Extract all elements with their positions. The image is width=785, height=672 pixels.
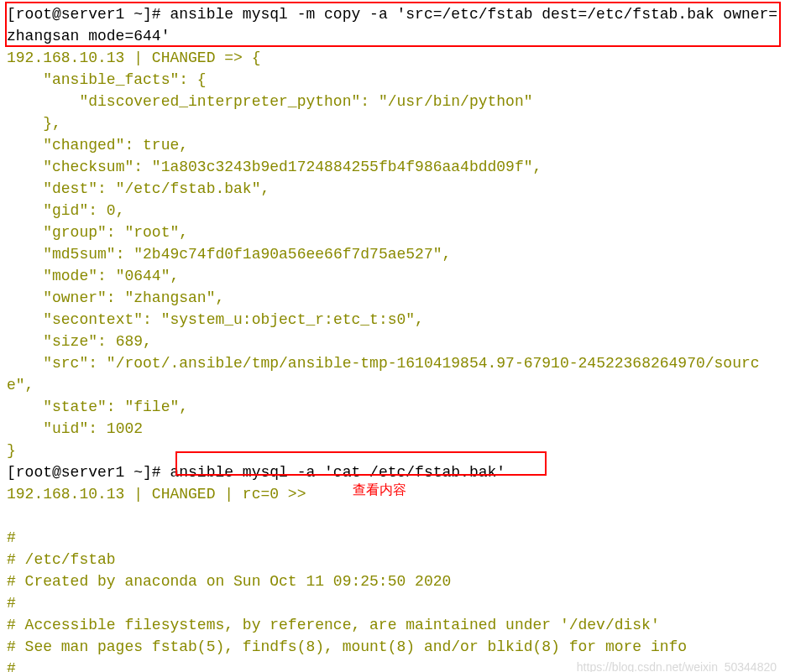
output-facts-interp: "discovered_interpreter_python": "/usr/b… — [7, 93, 533, 110]
output-uid: "uid": 1002 — [7, 420, 143, 437]
output-close-brace: } — [7, 442, 16, 459]
output-secontext: "secontext": "system_u:object_r:etc_t:s0… — [7, 311, 424, 328]
output-host-line-1: 192.168.10.13 | CHANGED => { — [7, 49, 260, 66]
output-checksum: "checksum": "1a803c3243b9ed1724884255fb4… — [7, 159, 542, 175]
output-src: "src": "/root/.ansible/tmp/ansible-tmp-1… — [7, 355, 760, 393]
output-dest: "dest": "/etc/fstab.bak", — [7, 180, 270, 197]
output-owner: "owner": "zhangsan", — [7, 289, 224, 306]
output-fstab-l2: # /etc/fstab — [7, 551, 116, 568]
output-fstab-l3: # Created by anaconda on Sun Oct 11 09:2… — [7, 573, 451, 590]
output-fstab-l6: # See man pages fstab(5), findfs(8), mou… — [7, 638, 687, 655]
output-gid: "gid": 0, — [7, 202, 124, 219]
shell-command-2[interactable]: ansible mysql -a 'cat /etc/fstab.bak' — [170, 464, 505, 481]
output-mode: "mode": "0644", — [7, 268, 179, 284]
output-md5sum: "md5sum": "2b49c74fd0f1a90a56ee66f7d75ae… — [7, 246, 451, 263]
shell-prompt-1: [root@server1 ~]# — [7, 6, 170, 23]
output-changed: "changed": true, — [7, 137, 188, 154]
terminal-output: [root@server1 ~]# ansible mysql -m copy … — [7, 3, 778, 672]
output-state: "state": "file", — [7, 399, 188, 415]
output-group: "group": "root", — [7, 224, 188, 241]
output-fstab-l1: # — [7, 529, 16, 546]
output-fstab-l5: # Accessible filesystems, by reference, … — [7, 617, 660, 633]
output-fstab-l4: # — [7, 595, 16, 612]
shell-prompt-2: [root@server1 ~]# — [7, 464, 170, 481]
output-fstab-l7: # — [7, 660, 16, 672]
output-facts-open: "ansible_facts": { — [7, 71, 207, 88]
output-facts-close: }, — [7, 115, 61, 132]
annotation-label: 查看内容 — [353, 479, 406, 501]
output-host-line-2: 192.168.10.13 | CHANGED | rc=0 >> — [7, 486, 306, 503]
output-size: "size": 689, — [7, 333, 152, 350]
